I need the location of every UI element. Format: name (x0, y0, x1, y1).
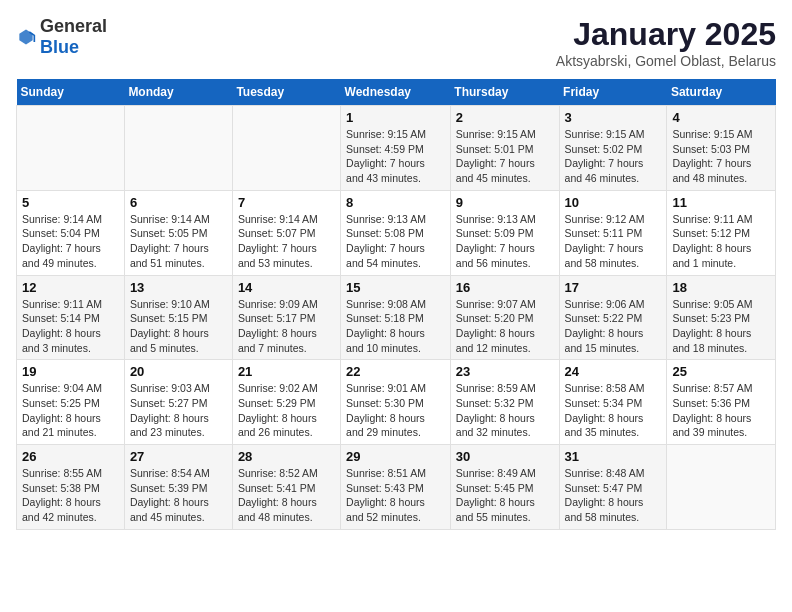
day-info: Sunrise: 9:01 AMSunset: 5:30 PMDaylight:… (346, 381, 445, 440)
calendar-cell: 6Sunrise: 9:14 AMSunset: 5:05 PMDaylight… (124, 190, 232, 275)
day-number: 14 (238, 280, 335, 295)
calendar-cell: 13Sunrise: 9:10 AMSunset: 5:15 PMDayligh… (124, 275, 232, 360)
calendar-cell: 12Sunrise: 9:11 AMSunset: 5:14 PMDayligh… (17, 275, 125, 360)
day-info: Sunrise: 9:14 AMSunset: 5:05 PMDaylight:… (130, 212, 227, 271)
day-number: 7 (238, 195, 335, 210)
calendar-cell: 24Sunrise: 8:58 AMSunset: 5:34 PMDayligh… (559, 360, 667, 445)
day-number: 18 (672, 280, 770, 295)
day-number: 17 (565, 280, 662, 295)
day-info: Sunrise: 9:03 AMSunset: 5:27 PMDaylight:… (130, 381, 227, 440)
day-info: Sunrise: 9:04 AMSunset: 5:25 PMDaylight:… (22, 381, 119, 440)
day-info: Sunrise: 8:51 AMSunset: 5:43 PMDaylight:… (346, 466, 445, 525)
day-number: 8 (346, 195, 445, 210)
week-row-3: 12Sunrise: 9:11 AMSunset: 5:14 PMDayligh… (17, 275, 776, 360)
day-number: 30 (456, 449, 554, 464)
day-number: 20 (130, 364, 227, 379)
day-number: 24 (565, 364, 662, 379)
day-info: Sunrise: 9:08 AMSunset: 5:18 PMDaylight:… (346, 297, 445, 356)
calendar-cell: 27Sunrise: 8:54 AMSunset: 5:39 PMDayligh… (124, 445, 232, 530)
calendar-cell: 9Sunrise: 9:13 AMSunset: 5:09 PMDaylight… (450, 190, 559, 275)
calendar-cell: 30Sunrise: 8:49 AMSunset: 5:45 PMDayligh… (450, 445, 559, 530)
day-info: Sunrise: 9:14 AMSunset: 5:07 PMDaylight:… (238, 212, 335, 271)
day-info: Sunrise: 9:11 AMSunset: 5:12 PMDaylight:… (672, 212, 770, 271)
day-info: Sunrise: 9:15 AMSunset: 5:02 PMDaylight:… (565, 127, 662, 186)
week-row-5: 26Sunrise: 8:55 AMSunset: 5:38 PMDayligh… (17, 445, 776, 530)
calendar-subtitle: Aktsyabrski, Gomel Oblast, Belarus (556, 53, 776, 69)
day-info: Sunrise: 9:13 AMSunset: 5:08 PMDaylight:… (346, 212, 445, 271)
calendar-cell: 3Sunrise: 9:15 AMSunset: 5:02 PMDaylight… (559, 106, 667, 191)
calendar-cell: 28Sunrise: 8:52 AMSunset: 5:41 PMDayligh… (232, 445, 340, 530)
calendar-cell: 26Sunrise: 8:55 AMSunset: 5:38 PMDayligh… (17, 445, 125, 530)
day-info: Sunrise: 9:05 AMSunset: 5:23 PMDaylight:… (672, 297, 770, 356)
calendar-cell: 21Sunrise: 9:02 AMSunset: 5:29 PMDayligh… (232, 360, 340, 445)
day-number: 27 (130, 449, 227, 464)
calendar-cell (17, 106, 125, 191)
week-row-1: 1Sunrise: 9:15 AMSunset: 4:59 PMDaylight… (17, 106, 776, 191)
day-info: Sunrise: 9:10 AMSunset: 5:15 PMDaylight:… (130, 297, 227, 356)
day-number: 9 (456, 195, 554, 210)
title-area: January 2025 Aktsyabrski, Gomel Oblast, … (556, 16, 776, 69)
calendar-cell: 29Sunrise: 8:51 AMSunset: 5:43 PMDayligh… (341, 445, 451, 530)
day-number: 19 (22, 364, 119, 379)
day-number: 31 (565, 449, 662, 464)
day-info: Sunrise: 8:52 AMSunset: 5:41 PMDaylight:… (238, 466, 335, 525)
day-info: Sunrise: 8:59 AMSunset: 5:32 PMDaylight:… (456, 381, 554, 440)
day-number: 10 (565, 195, 662, 210)
day-number: 5 (22, 195, 119, 210)
calendar-cell: 10Sunrise: 9:12 AMSunset: 5:11 PMDayligh… (559, 190, 667, 275)
calendar-cell: 8Sunrise: 9:13 AMSunset: 5:08 PMDaylight… (341, 190, 451, 275)
day-header-tuesday: Tuesday (232, 79, 340, 106)
day-number: 16 (456, 280, 554, 295)
day-number: 2 (456, 110, 554, 125)
calendar-cell: 23Sunrise: 8:59 AMSunset: 5:32 PMDayligh… (450, 360, 559, 445)
day-info: Sunrise: 9:06 AMSunset: 5:22 PMDaylight:… (565, 297, 662, 356)
day-info: Sunrise: 9:09 AMSunset: 5:17 PMDaylight:… (238, 297, 335, 356)
day-number: 15 (346, 280, 445, 295)
calendar-cell: 11Sunrise: 9:11 AMSunset: 5:12 PMDayligh… (667, 190, 776, 275)
day-number: 1 (346, 110, 445, 125)
day-number: 22 (346, 364, 445, 379)
day-info: Sunrise: 9:15 AMSunset: 4:59 PMDaylight:… (346, 127, 445, 186)
week-row-2: 5Sunrise: 9:14 AMSunset: 5:04 PMDaylight… (17, 190, 776, 275)
calendar-cell: 25Sunrise: 8:57 AMSunset: 5:36 PMDayligh… (667, 360, 776, 445)
day-header-friday: Friday (559, 79, 667, 106)
day-number: 3 (565, 110, 662, 125)
day-info: Sunrise: 9:13 AMSunset: 5:09 PMDaylight:… (456, 212, 554, 271)
calendar-cell: 14Sunrise: 9:09 AMSunset: 5:17 PMDayligh… (232, 275, 340, 360)
day-info: Sunrise: 9:14 AMSunset: 5:04 PMDaylight:… (22, 212, 119, 271)
calendar-cell: 22Sunrise: 9:01 AMSunset: 5:30 PMDayligh… (341, 360, 451, 445)
day-info: Sunrise: 9:15 AMSunset: 5:03 PMDaylight:… (672, 127, 770, 186)
calendar-cell: 4Sunrise: 9:15 AMSunset: 5:03 PMDaylight… (667, 106, 776, 191)
logo-icon (16, 27, 36, 47)
day-number: 25 (672, 364, 770, 379)
calendar-cell (667, 445, 776, 530)
calendar-cell: 31Sunrise: 8:48 AMSunset: 5:47 PMDayligh… (559, 445, 667, 530)
calendar-table: SundayMondayTuesdayWednesdayThursdayFrid… (16, 79, 776, 530)
day-number: 21 (238, 364, 335, 379)
calendar-cell: 5Sunrise: 9:14 AMSunset: 5:04 PMDaylight… (17, 190, 125, 275)
day-number: 28 (238, 449, 335, 464)
day-header-monday: Monday (124, 79, 232, 106)
day-info: Sunrise: 8:48 AMSunset: 5:47 PMDaylight:… (565, 466, 662, 525)
day-info: Sunrise: 8:49 AMSunset: 5:45 PMDaylight:… (456, 466, 554, 525)
day-info: Sunrise: 8:57 AMSunset: 5:36 PMDaylight:… (672, 381, 770, 440)
logo-blue: Blue (40, 37, 79, 57)
calendar-cell: 19Sunrise: 9:04 AMSunset: 5:25 PMDayligh… (17, 360, 125, 445)
day-info: Sunrise: 9:02 AMSunset: 5:29 PMDaylight:… (238, 381, 335, 440)
header: General Blue January 2025 Aktsyabrski, G… (16, 16, 776, 69)
calendar-cell: 2Sunrise: 9:15 AMSunset: 5:01 PMDaylight… (450, 106, 559, 191)
calendar-cell: 17Sunrise: 9:06 AMSunset: 5:22 PMDayligh… (559, 275, 667, 360)
day-info: Sunrise: 8:58 AMSunset: 5:34 PMDaylight:… (565, 381, 662, 440)
calendar-cell: 1Sunrise: 9:15 AMSunset: 4:59 PMDaylight… (341, 106, 451, 191)
calendar-cell: 16Sunrise: 9:07 AMSunset: 5:20 PMDayligh… (450, 275, 559, 360)
calendar-cell: 20Sunrise: 9:03 AMSunset: 5:27 PMDayligh… (124, 360, 232, 445)
day-info: Sunrise: 8:55 AMSunset: 5:38 PMDaylight:… (22, 466, 119, 525)
day-number: 26 (22, 449, 119, 464)
calendar-cell (124, 106, 232, 191)
calendar-title: January 2025 (556, 16, 776, 53)
logo-text: General Blue (40, 16, 107, 58)
day-info: Sunrise: 8:54 AMSunset: 5:39 PMDaylight:… (130, 466, 227, 525)
day-number: 11 (672, 195, 770, 210)
day-number: 23 (456, 364, 554, 379)
calendar-cell: 18Sunrise: 9:05 AMSunset: 5:23 PMDayligh… (667, 275, 776, 360)
